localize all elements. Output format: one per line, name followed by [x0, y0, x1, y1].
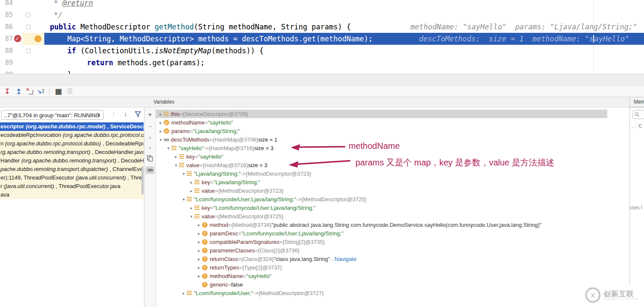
value-icon: [171, 146, 176, 150]
expand-chevron-icon[interactable]: ▸: [196, 240, 202, 244]
variable-row[interactable]: ▸fmethod = {Method@3734} "public abstrac…: [156, 220, 607, 229]
filter-funnel-icon[interactable]: [135, 111, 141, 117]
expand-chevron-icon[interactable]: ▸: [158, 112, 164, 116]
frame-row[interactable]: r (java.util.concurrent) , ThreadPoolExe…: [0, 182, 144, 191]
variable-row[interactable]: ▸value = {MethodDescriptor@3723}: [156, 186, 607, 195]
code-text: Map<String, MethodDescriptor> methods = …: [67, 33, 373, 45]
fold-marker-icon[interactable]: [26, 13, 31, 17]
intention-bulb-icon[interactable]: [35, 35, 41, 42]
expand-chevron-icon[interactable]: ▸: [158, 129, 164, 133]
add-watch-icon[interactable]: +: [144, 111, 156, 119]
code-line[interactable]: 86public MethodDescriptor getMethod(Stri…: [0, 21, 644, 33]
variable-row[interactable]: ▾oodescToMethods = {HashMap@3706} size =…: [156, 135, 607, 144]
variable-row[interactable]: ▸fparamDesc = "Lcom/funnycode/User;Ljava…: [156, 229, 607, 237]
variable-row[interactable]: ▸key = "Ljava/lang/String;": [156, 178, 607, 186]
value-icon: [179, 154, 184, 159]
inline-debug-hint: descToMethods: size = 1 methodName: "say…: [419, 33, 629, 45]
step-out-icon[interactable]: ↥: [15, 87, 23, 95]
code-line[interactable]: 87Map<String, MethodDescriptor> methods …: [0, 33, 644, 45]
memory-column-headers[interactable]: .. C: [630, 122, 644, 130]
fold-marker-icon[interactable]: [26, 49, 31, 53]
code-line[interactable]: 89return methods.get(params);: [0, 57, 644, 69]
frame-row[interactable]: ecodeableRpcInvocation (org.apache.dubbo…: [0, 131, 144, 139]
force-step-into-icon[interactable]: ↧: [3, 87, 11, 95]
expand-chevron-icon[interactable]: ▸: [188, 180, 194, 185]
variable-row[interactable]: ▸key = "sayHello": [156, 152, 607, 161]
frame-row[interactable]: er):1149, ThreadPoolExecutor (java.util.…: [0, 174, 144, 182]
copy-icon[interactable]: [147, 155, 153, 162]
code-line[interactable]: 90}: [0, 69, 644, 74]
variable-row[interactable]: ▸fparameterClasses = {Class[2]@3736}: [156, 246, 607, 255]
line-number: 88: [0, 45, 13, 57]
expand-chevron-icon[interactable]: ▸: [158, 120, 164, 125]
frame-row[interactable]: pache.dubbo.remoting.transport.dispatche…: [0, 165, 144, 174]
value-icon: [194, 206, 199, 210]
field-icon: f: [202, 239, 208, 245]
expand-chevron-icon[interactable]: ▾: [188, 214, 194, 219]
code-line[interactable]: 88if (CollectionUtils.isNotEmptyMap(meth…: [0, 45, 644, 57]
variable-row[interactable]: ▸"Lcom/funnycode/User;" -> {MethodDescri…: [156, 289, 607, 297]
editor-debugger-splitter[interactable]: [0, 74, 644, 85]
expand-chevron-icon[interactable]: ▸: [196, 231, 202, 236]
drop-frame-icon[interactable]: ×: [26, 88, 33, 95]
remove-watch-icon[interactable]: −: [144, 123, 156, 130]
memory-message-fragment: sses l: [630, 205, 642, 211]
expand-chevron-icon[interactable]: ▸: [196, 223, 202, 227]
search-icon: [635, 112, 639, 117]
expand-chevron-icon[interactable]: ▾: [158, 137, 164, 142]
show-watches-toggle-icon[interactable]: oo: [145, 166, 155, 174]
variable-row[interactable]: ▸this = {ServiceDescriptor@3705}: [156, 110, 607, 118]
expand-chevron-icon[interactable]: ▸: [196, 265, 202, 270]
variable-row[interactable]: ▸freturnTypes = {Type[2]@3737}: [156, 263, 607, 272]
run-to-cursor-caret: I: [42, 88, 45, 94]
frame-row[interactable]: n (org.apache.dubbo.rpc.protocol.dubbo) …: [0, 139, 144, 148]
variable-row[interactable]: ▾value = {HashMap@3716} size = 3: [156, 161, 607, 169]
expand-chevron-icon[interactable]: ▸: [196, 257, 202, 261]
expand-chevron-icon[interactable]: ▸: [181, 291, 187, 295]
expand-chevron-icon[interactable]: ▸: [196, 248, 202, 253]
evaluate-expression-icon[interactable]: ▦: [55, 87, 62, 95]
fold-marker-icon[interactable]: [26, 25, 31, 29]
variable-row[interactable]: ▸pmethodName = "sayHello": [156, 118, 607, 127]
expand-chevron-icon[interactable]: ▸: [173, 154, 179, 159]
next-frame-icon[interactable]: ↓: [124, 110, 127, 117]
expand-chevron-icon[interactable]: ▾: [181, 197, 187, 202]
frame-row[interactable]: Handler (org.apache.dubbo.remoting.trans…: [0, 156, 144, 165]
expand-chevron-icon[interactable]: ▾: [165, 146, 171, 151]
frame-row[interactable]: escriptor (org.apache.dubbo.rpc.model) ,…: [0, 122, 144, 131]
variable-row[interactable]: fgeneric = false: [156, 280, 607, 289]
expand-chevron-icon[interactable]: ▸: [188, 206, 194, 210]
frames-scrollbar[interactable]: [142, 166, 144, 194]
code-line[interactable]: 85*/: [0, 9, 644, 21]
navigate-link[interactable]: Navigate: [335, 256, 356, 262]
code-line[interactable]: 84* @return: [0, 0, 644, 9]
watermark-sub: CHUANG XIN HU LIAN: [604, 298, 638, 300]
frame-row[interactable]: rg.apache.dubbo.remoting.transport) , De…: [0, 148, 144, 156]
move-watch-up-icon[interactable]: ▲: [144, 135, 156, 139]
variable-row[interactable]: ▾"sayHello" -> {HashMap@3716} size = 3: [156, 144, 607, 152]
memory-search-input[interactable]: [632, 110, 644, 119]
variable-row[interactable]: ▾"Lcom/funnycode/User;Ljava/lang/String;…: [156, 195, 607, 203]
expand-chevron-icon[interactable]: ▸: [196, 274, 202, 278]
line-number: 84: [0, 0, 13, 9]
expand-chevron-icon[interactable]: ▸: [188, 188, 194, 193]
move-watch-down-icon[interactable]: ▼: [144, 146, 156, 151]
frame-row[interactable]: ava: [0, 191, 144, 199]
expand-chevron-icon[interactable]: ▾: [181, 171, 187, 176]
previous-frame-icon[interactable]: ↑: [112, 110, 116, 117]
settings-icon[interactable]: ☰: [66, 87, 74, 95]
run-to-cursor-icon[interactable]: ↘I: [37, 87, 45, 95]
variable-row[interactable]: ▾"Ljava/lang/String;" -> {MethodDescript…: [156, 169, 607, 178]
variable-row[interactable]: ▸freturnClass = {Class@324} "class java.…: [156, 255, 607, 263]
code-editor[interactable]: 84* @return85*/86public MethodDescriptor…: [0, 0, 644, 74]
thread-selector-dropdown[interactable]: ..7"@3,704 in group "main": RUNNING ▼: [1, 110, 104, 120]
variable-row[interactable]: ▸pparams = "Ljava/lang/String;": [156, 127, 607, 135]
expand-chevron-icon[interactable]: ▾: [173, 163, 179, 168]
code-text: if (CollectionUtils.isNotEmptyMap(method…: [67, 45, 264, 57]
variable-row[interactable]: ▾value = {MethodDescriptor@3725}: [156, 212, 607, 220]
memory-column-class: C: [638, 123, 642, 128]
variable-row[interactable]: ▸fmethodName = "sayHello": [156, 272, 607, 280]
breakpoint-icon[interactable]: [14, 35, 21, 42]
variable-row[interactable]: ▸key = "Lcom/funnycode/User;Ljava/lang/S…: [156, 203, 607, 212]
variable-row[interactable]: ▸fcompatibleParamSignatures = {String[2]…: [156, 237, 607, 246]
